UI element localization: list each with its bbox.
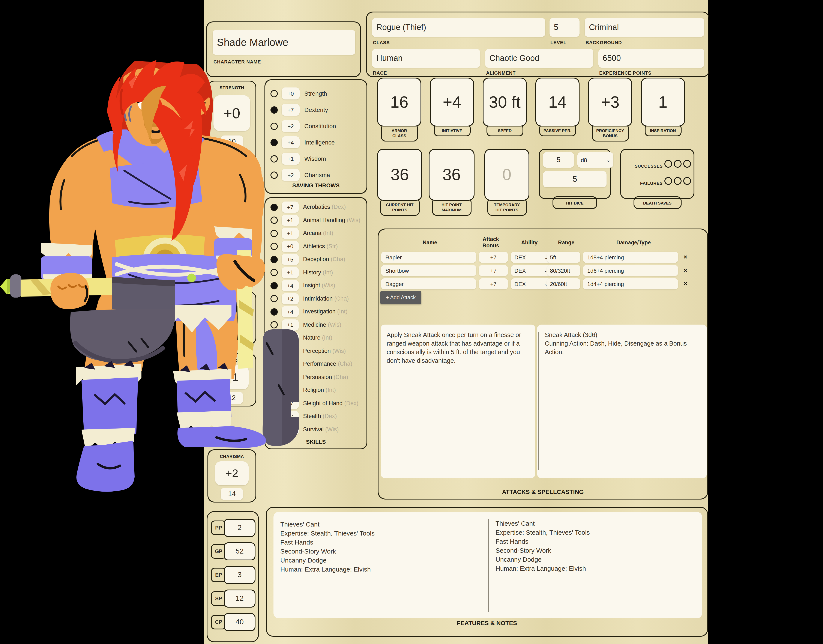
attack-ability-select[interactable]: DEX⌄ [511, 265, 551, 276]
stat-value-input[interactable]: +3 [588, 78, 632, 126]
header-panel: Rogue (Thief) 5 Criminal CLASS LEVEL BAC… [366, 12, 710, 77]
money-row: EP 3 [211, 566, 256, 584]
attack-name-input[interactable]: Rapier [381, 252, 476, 263]
attack-notes-right[interactable]: Sneak Attack (3d6) Cunning Action: Dash,… [537, 325, 707, 478]
attack-range-input[interactable]: 20/60ft [547, 278, 580, 290]
level-input[interactable]: 5 [550, 18, 579, 37]
attack-range-input[interactable]: 80/320ft [547, 265, 580, 276]
money-row: SP 12 [211, 590, 256, 607]
delete-attack-button[interactable]: × [684, 253, 687, 260]
alignment-input[interactable]: Chaotic Good [485, 49, 593, 68]
stat-label-tab: PROFICIENCY BONUS [592, 124, 628, 141]
stat-box: 14 PASSIVE PER. [535, 78, 579, 136]
alignment-label: ALIGNMENT [486, 70, 516, 75]
attack-damage-input[interactable]: 1d4+4 piercing [583, 278, 678, 290]
attack-row: Rapier +7 DEX⌄ 5ft 1d8+4 piercing × [381, 252, 707, 263]
delete-attack-button[interactable]: × [684, 280, 687, 287]
hp-temp-label: TEMPORARY HIT POINTS [487, 198, 527, 216]
stat-box: 30 ft SPEED [483, 78, 527, 136]
attacks-header-name: Name [404, 240, 456, 246]
death-save-circle[interactable] [674, 160, 682, 168]
hp-current-box: 36 CURRENT HIT POINTS [377, 149, 422, 216]
add-attack-button[interactable]: + Add Attack [380, 291, 421, 304]
death-save-circle[interactable] [683, 177, 691, 185]
attack-row: Shortbow +7 DEX⌄ 80/320ft 1d6+4 piercing… [381, 265, 707, 276]
hit-dice-remaining-input[interactable]: 5 [543, 171, 607, 187]
attack-name-input[interactable]: Dagger [381, 278, 476, 290]
death-failures-row: FAILURES [621, 177, 691, 187]
death-saves-group: SUCCESSES FAILURES DEATH SAVES [620, 149, 694, 209]
attack-ability-select[interactable]: DEX⌄ [511, 278, 551, 290]
attack-bonus-input[interactable]: +7 [479, 265, 508, 276]
attacks-header-damage: Damage/Type [606, 240, 661, 246]
failures-label: FAILURES [640, 181, 663, 186]
stat-value-input[interactable]: 14 [535, 78, 579, 126]
hit-dice-total-input[interactable]: 5 [543, 152, 574, 168]
death-save-circle[interactable] [683, 160, 691, 168]
stat-label-tab: ARMOR CLASS [381, 124, 418, 141]
notes-divider [538, 332, 539, 470]
coin-input[interactable]: 12 [224, 590, 256, 607]
hp-current-label: CURRENT HIT POINTS [380, 198, 420, 216]
features-label: FEATURES & NOTES [267, 619, 707, 626]
attacks-header-ability: Ability [512, 240, 547, 246]
attack-name-input[interactable]: Shortbow [381, 265, 476, 276]
character-portrait [0, 0, 377, 553]
delete-attack-button[interactable]: × [684, 267, 687, 274]
attack-damage-input[interactable]: 1d8+4 piercing [583, 252, 678, 263]
hp-max-box: 36 HIT POINT MAXIMUM [429, 149, 475, 216]
stat-value-input[interactable]: +4 [430, 78, 474, 126]
attack-notes-left[interactable]: Apply Sneak Attack once per turn on a fi… [381, 325, 535, 478]
background-label: BACKGROUND [585, 40, 622, 45]
hit-dice-frame: 5 d8 ⌄ 5 [539, 149, 611, 199]
stat-value-input[interactable]: 1 [641, 78, 685, 126]
attacks-header-bonus: Attack Bonus [469, 236, 512, 249]
attack-ability-select[interactable]: DEX⌄ [511, 252, 551, 263]
features-text-right[interactable]: Thieves' Cant Expertise: Stealth, Thieve… [495, 519, 693, 573]
attack-bonus-input[interactable]: +7 [479, 252, 508, 263]
attack-bonus-input[interactable]: +7 [479, 278, 508, 290]
stat-value-input[interactable]: 30 ft [483, 78, 527, 126]
coin-input[interactable]: 3 [224, 566, 256, 584]
death-save-circle[interactable] [674, 177, 682, 185]
money-row: CP 40 [211, 613, 256, 631]
stat-box: +3 PROFICIENCY BONUS [588, 78, 632, 141]
attack-range-input[interactable]: 5ft [547, 252, 580, 263]
successes-label: SUCCESSES [634, 164, 663, 169]
features-divider [488, 519, 489, 612]
death-save-circle[interactable] [664, 160, 672, 168]
race-input[interactable]: Human [372, 49, 480, 68]
attacks-label: ATTACKS & SPELLCASTING [379, 488, 707, 495]
app-stage: Shade Marlowe CHARACTER NAME Rogue (Thie… [0, 0, 823, 644]
coin-input[interactable]: 40 [224, 613, 256, 631]
stat-box: 16 ARMOR CLASS [377, 78, 421, 141]
xp-input[interactable]: 6500 [598, 49, 704, 68]
xp-label: EXPERIENCE POINTS [599, 70, 651, 75]
background-input[interactable]: Criminal [585, 18, 704, 37]
hp-temp-input[interactable]: 0 [484, 149, 529, 201]
hit-dice-die-value: d8 [581, 157, 587, 163]
stat-box: +4 INITIATIVE [430, 78, 474, 136]
attacks-panel: Name Attack Bonus Ability Range Damage/T… [378, 228, 708, 500]
hp-max-input[interactable]: 36 [429, 149, 475, 201]
death-saves-frame: SUCCESSES FAILURES [620, 149, 694, 199]
attack-damage-input[interactable]: 1d6+4 piercing [583, 265, 678, 276]
stat-value-input[interactable]: 16 [377, 78, 421, 126]
class-input[interactable]: Rogue (Thief) [372, 18, 545, 37]
death-successes-row: SUCCESSES [621, 160, 691, 169]
level-label: LEVEL [550, 40, 567, 45]
hp-max-label: HIT POINT MAXIMUM [432, 198, 471, 216]
death-save-circle[interactable] [664, 177, 672, 185]
stat-box: 1 INSPIRATION [641, 78, 685, 136]
hit-dice-die-select[interactable]: d8 ⌄ [578, 152, 613, 168]
attacks-header-range: Range [549, 240, 583, 246]
hit-dice-group: 5 d8 ⌄ 5 HIT DICE [539, 149, 611, 209]
chevron-down-icon: ⌄ [606, 158, 611, 162]
attack-row: Dagger +7 DEX⌄ 20/60ft 1d4+4 piercing × [381, 278, 707, 290]
hp-current-input[interactable]: 36 [377, 149, 422, 201]
hp-temp-box: 0 TEMPORARY HIT POINTS [484, 149, 529, 216]
